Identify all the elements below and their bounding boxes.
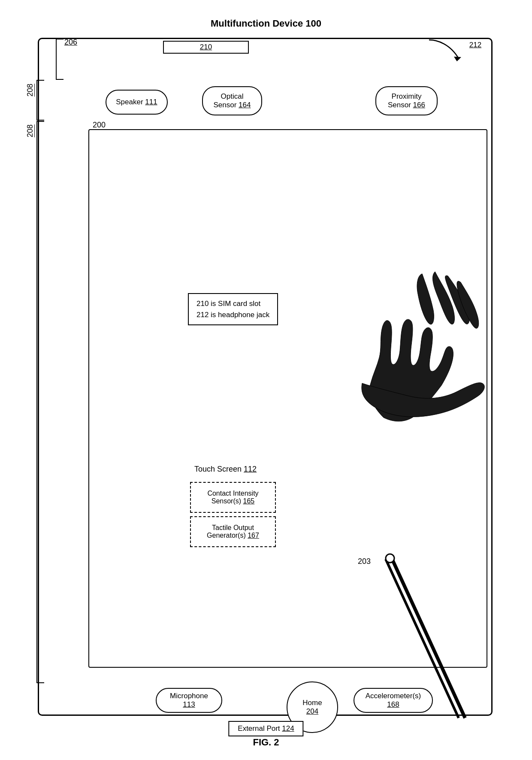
home-number: 204: [306, 707, 318, 715]
tactile-output-number: 167: [248, 532, 259, 539]
optical-label: OpticalSensor 164: [214, 92, 251, 109]
microphone-label: Microphone113: [170, 692, 208, 709]
touchscreen-label: Touch Screen 112: [194, 465, 257, 474]
note-line2: 212 is headphone jack: [196, 309, 269, 321]
external-port-box: External Port 124: [228, 721, 303, 736]
contact-intensity-number: 165: [243, 497, 255, 505]
microphone-box: Microphone113: [156, 688, 222, 713]
optical-sensor-box: OpticalSensor 164: [202, 86, 262, 115]
accelerometer-label: Accelerometer(s)168: [366, 692, 421, 709]
bracket-206: [56, 39, 63, 80]
device-outer: Speaker 111 OpticalSensor 164 ProximityS…: [38, 38, 493, 716]
fig-label: FIG. 2: [253, 737, 279, 748]
svg-point-2: [386, 554, 394, 563]
tactile-output-box: Tactile OutputGenerator(s) 167: [190, 516, 276, 547]
external-port-number: 124: [282, 724, 294, 733]
svg-marker-3: [454, 57, 461, 61]
note-line1: 210 is SIM card slot: [196, 298, 269, 309]
arrow-212: [425, 38, 463, 64]
speaker-box: Speaker 111: [106, 90, 168, 115]
screen-inner: 210 is SIM card slot 212 is headphone ja…: [88, 129, 487, 668]
note-box: 210 is SIM card slot 212 is headphone ja…: [188, 293, 278, 325]
port-210-label: 210: [163, 41, 249, 54]
accelerometer-box: Accelerometer(s)168: [354, 688, 433, 713]
hand-svg: [306, 272, 487, 426]
optical-number: 164: [239, 101, 251, 109]
microphone-number: 113: [183, 700, 195, 709]
label-200: 200: [93, 121, 106, 130]
page-title: Multifunction Device 100: [211, 18, 321, 29]
speaker-number: 111: [145, 98, 157, 106]
proximity-label: ProximitySensor 166: [388, 92, 425, 109]
proximity-number: 166: [413, 101, 425, 109]
external-port-label: External Port 124: [238, 724, 294, 733]
hand-drawing: [306, 272, 487, 426]
contact-intensity-box: Contact IntensitySensor(s) 165: [190, 482, 276, 513]
arrow-212-svg: [425, 38, 463, 64]
touchscreen-number: 112: [244, 465, 257, 473]
bracket-208-bot: [36, 121, 44, 683]
label-208-bot-label: 208: [26, 124, 35, 137]
speaker-label: Speaker 111: [116, 98, 157, 106]
proximity-sensor-box: ProximitySensor 166: [375, 86, 438, 115]
label-206: 206: [64, 38, 77, 47]
bracket-208-top: [36, 80, 44, 121]
port-212-label: 212: [458, 41, 493, 49]
page-container: Multifunction Device 100 Speaker 111 Opt…: [0, 0, 532, 760]
contact-intensity-label: Contact IntensitySensor(s) 165: [207, 490, 258, 505]
tactile-output-label: Tactile OutputGenerator(s) 167: [207, 524, 259, 539]
accelerometer-number: 168: [387, 700, 399, 709]
home-label: Home204: [302, 699, 322, 716]
label-208-top: 208: [26, 84, 35, 97]
